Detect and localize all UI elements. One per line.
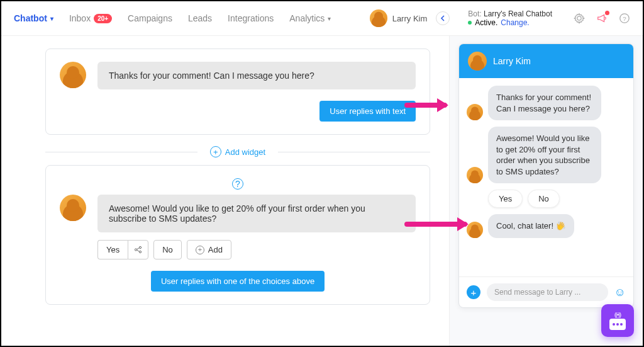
- collapse-button[interactable]: [436, 11, 450, 25]
- builder-pane: Thanks for your comment! Can I message y…: [1, 36, 449, 346]
- message-input[interactable]: Thanks for your comment! Can I message y…: [97, 62, 416, 89]
- message-input[interactable]: Send message to Larry ...: [487, 283, 608, 301]
- nav-analytics[interactable]: Analytics ▾: [289, 13, 331, 23]
- add-attachment-button[interactable]: +: [467, 285, 480, 299]
- choice-branch-button[interactable]: [128, 240, 148, 259]
- svg-text:?: ?: [623, 15, 626, 22]
- nav-campaigns[interactable]: Campaigns: [128, 13, 172, 23]
- preview-pane: Larry Kim Thanks for your comment! Can I…: [449, 36, 643, 346]
- annotation-arrow: [404, 103, 447, 108]
- avatar: [468, 52, 487, 71]
- builder-card: Thanks for your comment! Can I message y…: [45, 48, 430, 135]
- plus-circle-icon: +: [210, 146, 221, 157]
- preview-choice-no[interactable]: No: [528, 190, 560, 208]
- add-widget-button[interactable]: + Add widget: [45, 146, 430, 157]
- avatar: [467, 222, 483, 238]
- emoji-icon[interactable]: ☺: [614, 286, 626, 299]
- message-input[interactable]: Awesome! Would you like to get 20% off y…: [97, 195, 416, 232]
- help-icon[interactable]: ?: [60, 178, 416, 190]
- nav-inbox[interactable]: Inbox 20+: [69, 13, 112, 23]
- preview-message: Awesome! Would you like to get 20% off y…: [488, 127, 601, 183]
- gear-icon[interactable]: [574, 13, 585, 24]
- svg-point-4: [140, 251, 142, 253]
- preview-message: Thanks for your comment! Can I message y…: [488, 86, 601, 120]
- preview-user-name: Larry Kim: [493, 56, 531, 66]
- preview-header: Larry Kim: [459, 44, 633, 78]
- chevron-down-icon: ▾: [50, 15, 53, 22]
- reply-type-button[interactable]: User replies with one of the choices abo…: [151, 271, 325, 292]
- chatbot-fab[interactable]: ((•)): [601, 304, 634, 337]
- builder-card: ? Awesome! Would you like to get 20% off…: [45, 165, 430, 305]
- svg-point-2: [135, 249, 137, 251]
- nav-chatbot[interactable]: Chatbot ▾: [14, 13, 53, 23]
- svg-point-3: [140, 246, 142, 248]
- wave-emoji-icon: 👋: [556, 220, 566, 232]
- choice-no-button[interactable]: No: [153, 240, 182, 259]
- top-nav: Chatbot ▾ Inbox 20+ Campaigns Leads Inte…: [1, 1, 643, 36]
- help-icon[interactable]: ?: [619, 13, 630, 24]
- plus-circle-icon: +: [196, 246, 204, 254]
- robot-icon: ((•)): [609, 312, 626, 318]
- nav-integrations[interactable]: Integrations: [228, 13, 274, 23]
- chevron-down-icon: ▾: [328, 15, 331, 22]
- inbox-badge: 20+: [94, 14, 112, 23]
- avatar: [60, 195, 86, 221]
- notification-dot: [605, 11, 609, 15]
- change-link[interactable]: Change.: [501, 18, 529, 27]
- user-name: Larry Kim: [392, 14, 428, 23]
- chat-preview: Larry Kim Thanks for your comment! Can I…: [458, 43, 634, 308]
- nav-leads[interactable]: Leads: [188, 13, 212, 23]
- avatar: [370, 9, 387, 27]
- avatar: [60, 62, 86, 88]
- annotation-arrow: [404, 222, 467, 227]
- choice-yes-button[interactable]: Yes: [97, 240, 128, 259]
- megaphone-icon[interactable]: [596, 13, 608, 24]
- preview-choice-yes[interactable]: Yes: [488, 190, 523, 208]
- add-choice-button[interactable]: + Add: [187, 240, 231, 259]
- status-dot-icon: [468, 21, 472, 25]
- bot-info: Bot: Larry's Real Chatbot Active. Change…: [468, 9, 552, 27]
- user-chip[interactable]: Larry Kim: [370, 9, 428, 27]
- reply-type-button[interactable]: User replies with text: [319, 101, 416, 122]
- avatar: [467, 104, 483, 120]
- preview-message: Cool, chat later! 👋: [488, 214, 574, 238]
- avatar: [467, 167, 483, 183]
